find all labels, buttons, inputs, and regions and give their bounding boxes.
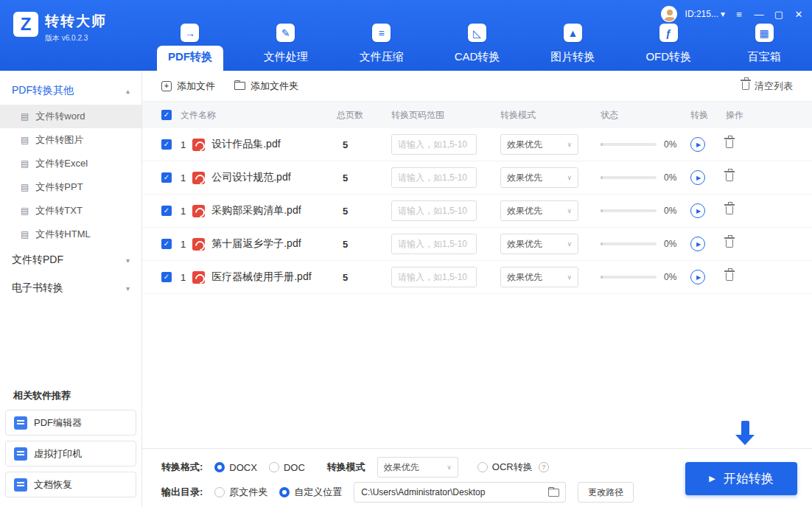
sidebar-item[interactable]: ▤ 文件转Excel	[0, 152, 141, 175]
nav-tab[interactable]: ◺ CAD转换	[430, 19, 525, 71]
change-path-button[interactable]: 更改路径	[578, 482, 634, 503]
page-count: 5	[337, 206, 391, 217]
progress-percent: 0%	[664, 206, 676, 216]
sidebar-section-file-to-pdf[interactable]: 文件转PDF ▾	[0, 246, 141, 274]
radio-doc[interactable]: DOC	[269, 462, 305, 473]
close-icon[interactable]: ✕	[793, 10, 805, 19]
row-checkbox[interactable]: ✓	[161, 206, 172, 216]
sidebar-section-label: 文件转PDF	[12, 254, 63, 267]
list-empty-area	[142, 294, 812, 448]
table-row: ✓ 1 设计作品集.pdf 5 效果优先 ∨	[142, 128, 812, 161]
add-file-button[interactable]: + 添加文件	[161, 80, 215, 93]
row-mode-select[interactable]: 效果优先 ∨	[500, 267, 578, 287]
select-all-checkbox[interactable]: ✓	[161, 110, 172, 120]
sidebar: PDF转换其他 ▴ ▤ 文件转word ▤ 文件转图片 ▤	[0, 71, 142, 507]
radio-original-folder[interactable]: 原文件夹	[214, 486, 267, 499]
folder-icon	[234, 82, 245, 90]
radio-dot	[477, 462, 488, 472]
user-id-menu[interactable]: ID:215... ▾	[685, 9, 725, 19]
delete-row-icon[interactable]	[726, 173, 733, 181]
sidebar-item-label: 文件转Excel	[35, 157, 88, 170]
page-count: 5	[337, 239, 391, 250]
sidebar-item-label: 文件转word	[35, 110, 85, 123]
progress-bar	[601, 242, 657, 245]
sidebar-item[interactable]: ▤ 文件转HTML	[0, 223, 141, 246]
delete-row-icon[interactable]	[726, 140, 733, 148]
page-range-input[interactable]	[391, 200, 477, 221]
sidebar-item-label: 文件转图片	[35, 133, 83, 147]
recommend-item[interactable]: PDF编辑器	[5, 410, 136, 436]
row-mode-value: 效果优先	[507, 271, 542, 284]
document-icon: ▤	[21, 112, 29, 121]
recommend-app-icon	[14, 478, 27, 492]
mode-select[interactable]: 效果优先 ∨	[377, 457, 458, 478]
delete-row-icon[interactable]	[726, 239, 733, 248]
sidebar-section-ebook[interactable]: 电子书转换 ▾	[0, 274, 141, 302]
table-header: ✓ 文件名称 总页数 转换页码范围 转换模式 状态 转换 操作	[142, 102, 812, 128]
radio-docx-label: DOCX	[229, 462, 257, 473]
convert-play-button[interactable]: ▶	[690, 137, 705, 152]
nav-tab[interactable]: ƒ OFD转换	[620, 19, 716, 71]
document-icon: ▤	[21, 136, 29, 144]
delete-row-icon[interactable]	[726, 273, 733, 281]
nav-tab[interactable]: ▲ 图片转换	[525, 19, 620, 71]
convert-play-button[interactable]: ▶	[690, 203, 705, 218]
nav-tab[interactable]: ▦ 百宝箱	[716, 19, 812, 71]
start-convert-button[interactable]: ▶ 开始转换	[685, 462, 797, 495]
convert-play-button[interactable]: ▶	[690, 237, 705, 251]
radio-ocr[interactable]: OCR转换	[477, 461, 533, 474]
nav-tab-label: 图片转换	[539, 46, 606, 71]
row-mode-select[interactable]: 效果优先 ∨	[500, 234, 578, 254]
pdf-file-icon	[192, 205, 205, 217]
delete-row-icon[interactable]	[726, 206, 733, 214]
row-checkbox[interactable]: ✓	[161, 172, 172, 183]
radio-docx[interactable]: DOCX	[214, 462, 257, 473]
row-checkbox[interactable]: ✓	[161, 139, 172, 150]
sidebar-section-pdf-other[interactable]: PDF转换其他 ▴	[0, 77, 141, 105]
info-icon[interactable]: ?	[539, 462, 549, 472]
app-logo-icon: Z	[13, 12, 38, 37]
nav-tab[interactable]: → PDF转换	[142, 19, 238, 71]
radio-custom-location[interactable]: 自定义位置	[279, 486, 342, 499]
sidebar-item[interactable]: ▤ 文件转TXT	[0, 199, 141, 223]
start-convert-label: 开始转换	[724, 470, 774, 487]
page-range-input[interactable]	[391, 167, 477, 188]
output-path-input[interactable]	[354, 482, 566, 503]
radio-dot	[214, 462, 225, 472]
sidebar-item[interactable]: ▤ 文件转word	[0, 105, 141, 128]
trash-icon	[742, 82, 749, 90]
nav-tab-icon: ◺	[468, 24, 486, 42]
file-list: ✓ 1 设计作品集.pdf 5 效果优先 ∨	[142, 128, 812, 294]
row-mode-select[interactable]: 效果优先 ∨	[500, 167, 578, 188]
convert-play-button[interactable]: ▶	[690, 170, 705, 185]
maximize-icon[interactable]: ▢	[773, 10, 785, 19]
document-icon: ▤	[21, 183, 29, 192]
page-range-input[interactable]	[391, 134, 477, 155]
row-mode-select[interactable]: 效果优先 ∨	[500, 134, 578, 155]
nav-tab-icon: ≡	[372, 24, 391, 42]
sidebar-item[interactable]: ▤ 文件转PPT	[0, 175, 141, 199]
radio-original-folder-label: 原文件夹	[229, 486, 267, 499]
row-mode-select[interactable]: 效果优先 ∨	[500, 200, 578, 221]
recommend-item[interactable]: 文档恢复	[5, 472, 136, 497]
row-checkbox[interactable]: ✓	[161, 272, 172, 282]
recommend-item[interactable]: 虚拟打印机	[5, 441, 136, 466]
browse-folder-icon[interactable]	[548, 489, 559, 497]
mode-select-value: 效果优先	[384, 461, 419, 474]
nav-tab[interactable]: ✎ 文件处理	[238, 19, 334, 71]
convert-play-button[interactable]: ▶	[690, 270, 705, 284]
add-folder-button[interactable]: 添加文件夹	[234, 80, 298, 93]
page-range-input[interactable]	[391, 267, 477, 287]
nav-tab[interactable]: ≡ 文件压缩	[334, 19, 430, 71]
page-range-input[interactable]	[391, 234, 477, 254]
menu-icon[interactable]: ≡	[733, 10, 745, 19]
minimize-icon[interactable]: —	[753, 10, 765, 19]
sidebar-item[interactable]: ▤ 文件转图片	[0, 128, 141, 152]
progress-bar	[601, 276, 657, 279]
radio-dot	[214, 487, 225, 497]
progress-percent: 0%	[664, 172, 676, 183]
clear-list-button[interactable]: 清空列表	[742, 80, 793, 93]
row-checkbox[interactable]: ✓	[161, 239, 172, 249]
nav-tab-icon: ✎	[276, 24, 295, 42]
radio-ocr-label: OCR转换	[492, 461, 533, 474]
